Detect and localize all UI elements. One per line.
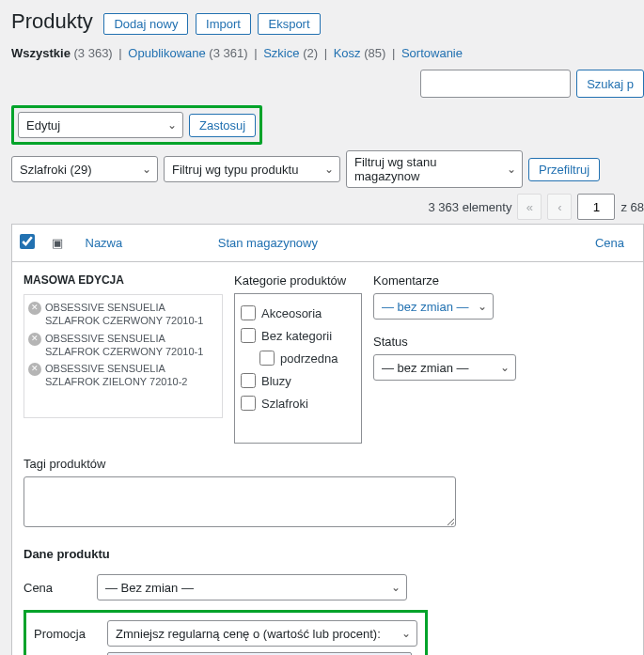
status-select[interactable]: — bez zmian — ⌄	[373, 354, 516, 381]
view-sorting[interactable]: Sortowanie	[401, 46, 463, 60]
bulk-action-highlight: Edytuj ⌄ Zastosuj	[11, 105, 262, 145]
tags-textarea[interactable]	[24, 476, 456, 527]
search-button[interactable]: Szukaj p	[576, 70, 644, 98]
filter-button[interactable]: Przefiltruj	[528, 158, 600, 181]
chevron-down-icon: ⌄	[401, 627, 411, 640]
view-filters: Wszystkie (3 363) | Opublikowane (3 361)…	[11, 46, 644, 60]
list-item: ✕OBSESSIVE SENSUELIA SZLAFROK ZIELONY 72…	[28, 360, 218, 391]
select-all-checkbox[interactable]	[20, 234, 35, 249]
categories-list[interactable]: Akceosoria Bez kategorii podrzedna Bluzy…	[234, 293, 362, 444]
page-title: Produkty	[11, 9, 93, 34]
price-select[interactable]: — Bez zmian — ⌄	[97, 574, 407, 600]
chevron-down-icon: ⌄	[324, 163, 334, 176]
export-button[interactable]: Eksport	[258, 13, 320, 35]
view-trash[interactable]: Kosz (85)	[334, 46, 386, 60]
chevron-down-icon: ⌄	[142, 163, 151, 176]
products-table-head: ▣ Nazwa Stan magazynowy Cena	[11, 224, 644, 262]
status-label: Status	[373, 335, 632, 349]
comments-label: Komentarze	[373, 273, 632, 288]
promo-label: Promocja	[34, 627, 94, 641]
category-option[interactable]: Akceosoria	[241, 302, 355, 324]
category-option[interactable]: Szlafroki	[241, 392, 355, 414]
remove-icon[interactable]: ✕	[28, 363, 41, 376]
add-new-button[interactable]: Dodaj nowy	[103, 13, 188, 35]
page-current-input[interactable]	[577, 194, 615, 220]
image-icon: ▣	[52, 236, 63, 250]
items-count: 3 363 elementy	[429, 200, 512, 214]
filter-category-select[interactable]: Szlafroki (29) ⌄	[11, 156, 158, 182]
tags-label: Tagi produktów	[24, 457, 632, 471]
pagination: 3 363 elementy « ‹ z 68	[11, 194, 644, 220]
search-input[interactable]	[420, 70, 571, 98]
bulk-action-select[interactable]: Edytuj ⌄	[18, 112, 183, 138]
col-stock[interactable]: Stan magazynowy	[211, 225, 502, 262]
col-name[interactable]: Nazwa	[78, 225, 211, 262]
remove-icon[interactable]: ✕	[28, 333, 41, 346]
chevron-down-icon: ⌄	[167, 118, 177, 132]
filter-type-select[interactable]: Filtruj wg typu produktu ⌄	[164, 156, 340, 182]
page-total: z 68	[620, 200, 644, 214]
product-data-title: Dane produktu	[24, 547, 632, 561]
view-drafts[interactable]: Szkice (2)	[263, 46, 318, 60]
category-option[interactable]: Bez kategorii	[241, 324, 355, 347]
page-first-button[interactable]: «	[517, 194, 542, 220]
col-price[interactable]: Cena	[502, 225, 644, 262]
import-button[interactable]: Import	[196, 13, 251, 35]
view-published[interactable]: Opublikowane (3 361)	[128, 46, 247, 60]
chevron-down-icon: ⌄	[478, 300, 487, 313]
bulk-edit-panel: MASOWA EDYCJA ✕OBSESSIVE SENSUELIA SZLAF…	[11, 262, 644, 655]
comments-select[interactable]: — bez zmian — ⌄	[373, 293, 494, 320]
chevron-down-icon: ⌄	[391, 581, 401, 594]
list-item: ✕OBSESSIVE SENSUELIA SZLAFROK CZERWONY 7…	[28, 299, 218, 330]
category-option[interactable]: Bluzy	[241, 369, 355, 392]
category-option[interactable]: podrzedna	[241, 347, 355, 369]
chevron-down-icon: ⌄	[500, 361, 510, 374]
page-prev-button[interactable]: ‹	[547, 194, 572, 220]
bulk-edit-title: MASOWA EDYCJA	[24, 273, 223, 287]
view-all[interactable]: Wszystkie (3 363)	[11, 46, 113, 60]
apply-button[interactable]: Zastosuj	[189, 114, 256, 137]
price-label: Cena	[24, 581, 84, 595]
promo-highlight: Promocja Zmniejsz regularną cenę o (wart…	[24, 610, 428, 655]
filter-stock-select[interactable]: Filtruj wg stanu magazynow ⌄	[346, 150, 523, 188]
categories-label: Kategorie produktów	[234, 273, 362, 288]
chevron-down-icon: ⌄	[507, 163, 516, 176]
promo-select[interactable]: Zmniejsz regularną cenę o (wartość lub p…	[107, 620, 417, 647]
remove-icon[interactable]: ✕	[28, 302, 41, 315]
bulk-items-list[interactable]: ✕OBSESSIVE SENSUELIA SZLAFROK CZERWONY 7…	[24, 294, 223, 418]
list-item: ✕OBSESSIVE SENSUELIA SZLAFROK CZERWONY 7…	[28, 330, 218, 361]
